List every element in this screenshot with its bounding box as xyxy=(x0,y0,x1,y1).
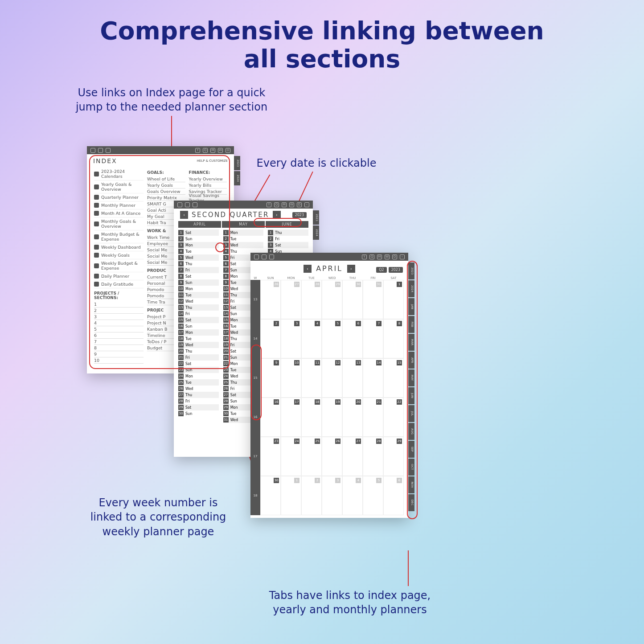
year-link[interactable]: 2023 xyxy=(389,267,403,273)
date-row[interactable]: 18Tue xyxy=(178,336,219,342)
side-tab[interactable]: DEC xyxy=(408,494,414,511)
nav-icon[interactable]: Q xyxy=(369,254,374,259)
cal-icon[interactable] xyxy=(98,148,103,153)
calendar-cell[interactable]: 6 xyxy=(342,319,363,358)
nav-icon[interactable]: D xyxy=(297,202,302,207)
date-row[interactable]: 20Thu xyxy=(178,348,219,354)
calendar-cell[interactable]: 15 xyxy=(383,358,404,398)
project-line[interactable]: 3 xyxy=(94,314,144,320)
date-row[interactable]: 3Sat xyxy=(268,242,308,248)
nav-icon[interactable]: Y xyxy=(362,254,367,259)
side-tab[interactable]: FEB xyxy=(408,316,414,333)
calendar-cell[interactable]: 30 xyxy=(342,280,363,319)
date-row[interactable]: 12Wed xyxy=(178,298,219,304)
calendar-cell[interactable]: 19 xyxy=(322,398,342,437)
home-icon[interactable] xyxy=(90,148,95,153)
date-row[interactable]: 6Thu xyxy=(178,261,219,267)
project-line[interactable]: 1 xyxy=(94,301,144,308)
calendar-cell[interactable]: 29 xyxy=(383,437,404,476)
calendar-cell[interactable]: 20 xyxy=(342,398,363,437)
calendar-cell[interactable]: 30 xyxy=(260,476,281,515)
nav-icon[interactable]: M xyxy=(377,254,382,259)
side-tab[interactable]: OCT xyxy=(408,459,414,476)
index-link[interactable]: Wheel of Life xyxy=(147,176,185,182)
date-row[interactable]: 24Mon xyxy=(178,373,219,379)
calendar-cell[interactable]: 26 xyxy=(260,280,281,319)
nav-icon[interactable]: M xyxy=(210,148,215,153)
calendar-cell[interactable]: 16 xyxy=(260,398,281,437)
side-tab[interactable]: AUG xyxy=(408,423,414,440)
calendar-cell[interactable]: 31 xyxy=(363,280,383,319)
date-row[interactable]: 11Tue xyxy=(178,292,219,298)
week-number[interactable]: 17 xyxy=(250,437,260,476)
date-row[interactable]: 1Thu xyxy=(268,230,308,236)
week-number[interactable]: 18 xyxy=(250,476,260,515)
date-row[interactable]: 2Tue xyxy=(223,236,264,242)
date-row[interactable]: 10Mon xyxy=(178,286,219,292)
calendar-cell[interactable]: 24 xyxy=(281,437,301,476)
date-row[interactable]: 14Fri xyxy=(178,311,219,317)
index-link[interactable]: Visual Savings Tracker xyxy=(189,195,227,201)
calendar-cell[interactable]: 1 xyxy=(383,280,404,319)
index-link[interactable]: Goals Overview xyxy=(147,189,185,195)
calendar-cell[interactable]: 11 xyxy=(301,358,322,398)
calendar-cell[interactable]: 13 xyxy=(342,358,363,398)
cal-icon[interactable] xyxy=(185,202,190,207)
date-row[interactable]: 27Thu xyxy=(178,392,219,398)
index-link[interactable]: Monthly Budget & Expense xyxy=(94,230,144,243)
index-link[interactable]: Priority Matrix xyxy=(147,195,185,201)
side-tab[interactable]: JUN xyxy=(408,387,414,404)
month-tab[interactable]: APRIL xyxy=(178,221,221,228)
calendar-cell[interactable]: 4 xyxy=(342,476,363,515)
week-number[interactable]: 16 xyxy=(250,398,260,437)
calendar-cell[interactable]: 9 xyxy=(260,358,281,398)
calendar-cell[interactable]: 23 xyxy=(260,437,281,476)
side-tab[interactable]: 2024 xyxy=(234,171,240,185)
calendar-cell[interactable]: 6 xyxy=(383,476,404,515)
side-tab[interactable]: SEP xyxy=(408,441,414,458)
calendar-cell[interactable]: 18 xyxy=(301,398,322,437)
nav-icon[interactable]: W xyxy=(385,254,390,259)
calendar-cell[interactable]: 21 xyxy=(363,398,383,437)
calendar-cell[interactable]: 10 xyxy=(281,358,301,398)
quarter-link[interactable]: Q2 xyxy=(376,267,386,273)
nav-icon[interactable]: Y xyxy=(195,148,200,153)
index-link[interactable]: Yearly Goals xyxy=(147,182,185,189)
date-row[interactable]: 8Sat xyxy=(178,273,219,279)
index-link[interactable]: Weekly Budget & Expense xyxy=(94,259,144,272)
calendar-cell[interactable]: 4 xyxy=(301,319,322,358)
index-link[interactable]: Yearly Bills xyxy=(189,182,227,189)
side-tab[interactable]: 2023 xyxy=(313,210,319,225)
project-line[interactable]: 10 xyxy=(94,357,144,364)
date-row[interactable]: 19Wed xyxy=(178,342,219,348)
date-row[interactable]: 5Wed xyxy=(178,254,219,261)
date-row[interactable]: 13Thu xyxy=(178,304,219,311)
check-icon[interactable] xyxy=(106,148,111,153)
calendar-cell[interactable]: 12 xyxy=(322,358,342,398)
week-number[interactable]: 15 xyxy=(250,358,260,398)
date-row[interactable]: 26Wed xyxy=(178,386,219,392)
date-row[interactable]: 2Sun xyxy=(178,236,219,242)
nav-icon[interactable]: W xyxy=(218,148,223,153)
calendar-cell[interactable]: 14 xyxy=(363,358,383,398)
calendar-cell[interactable]: 27 xyxy=(342,437,363,476)
nav-icon[interactable]: W xyxy=(289,202,294,207)
date-row[interactable]: 9Sun xyxy=(178,279,219,286)
calendar-cell[interactable]: 26 xyxy=(322,437,342,476)
calendar-cell[interactable]: 2 xyxy=(301,476,322,515)
help-link[interactable]: HELP & CUSTOMIZE xyxy=(197,159,228,163)
date-row[interactable]: 21Fri xyxy=(178,354,219,361)
index-link[interactable]: Month At A Glance xyxy=(94,209,144,217)
date-row[interactable]: 29Sat xyxy=(178,404,219,410)
date-row[interactable]: 15Sat xyxy=(178,317,219,323)
nav-icon[interactable]: Q xyxy=(203,148,208,153)
index-link[interactable]: Daily Planner xyxy=(94,272,144,280)
next-button[interactable]: › xyxy=(273,211,281,219)
date-row[interactable]: 1Sat xyxy=(178,230,219,236)
date-row[interactable]: 1Mon xyxy=(223,230,264,236)
project-line[interactable]: 2 xyxy=(94,308,144,314)
index-link[interactable]: Monthly Planner xyxy=(94,201,144,209)
index-link[interactable]: Weekly Goals xyxy=(94,251,144,259)
nav-icon[interactable]: Y xyxy=(267,202,271,207)
date-row[interactable]: 7Fri xyxy=(178,267,219,273)
